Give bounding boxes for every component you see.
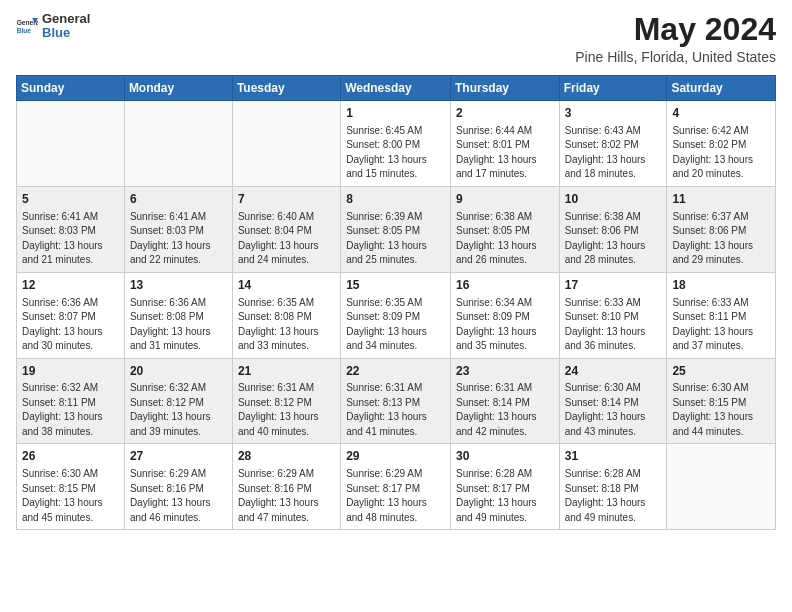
day-info: Sunrise: 6:44 AMSunset: 8:01 PMDaylight:…: [456, 124, 554, 182]
day-info: Sunrise: 6:42 AMSunset: 8:02 PMDaylight:…: [672, 124, 770, 182]
day-number: 24: [565, 363, 662, 380]
day-number: 8: [346, 191, 445, 208]
day-info: Sunrise: 6:38 AMSunset: 8:05 PMDaylight:…: [456, 210, 554, 268]
calendar-cell: 28Sunrise: 6:29 AMSunset: 8:16 PMDayligh…: [232, 444, 340, 530]
header-tuesday: Tuesday: [232, 76, 340, 101]
calendar-cell: [232, 101, 340, 187]
calendar-week-row: 19Sunrise: 6:32 AMSunset: 8:11 PMDayligh…: [17, 358, 776, 444]
calendar-cell: 8Sunrise: 6:39 AMSunset: 8:05 PMDaylight…: [341, 186, 451, 272]
calendar-week-row: 26Sunrise: 6:30 AMSunset: 8:15 PMDayligh…: [17, 444, 776, 530]
calendar-cell: 23Sunrise: 6:31 AMSunset: 8:14 PMDayligh…: [450, 358, 559, 444]
day-info: Sunrise: 6:29 AMSunset: 8:16 PMDaylight:…: [238, 467, 335, 525]
calendar-cell: 17Sunrise: 6:33 AMSunset: 8:10 PMDayligh…: [559, 272, 667, 358]
day-info: Sunrise: 6:39 AMSunset: 8:05 PMDaylight:…: [346, 210, 445, 268]
main-title: May 2024: [575, 12, 776, 47]
day-info: Sunrise: 6:33 AMSunset: 8:10 PMDaylight:…: [565, 296, 662, 354]
calendar-cell: 5Sunrise: 6:41 AMSunset: 8:03 PMDaylight…: [17, 186, 125, 272]
day-info: Sunrise: 6:41 AMSunset: 8:03 PMDaylight:…: [130, 210, 227, 268]
day-number: 20: [130, 363, 227, 380]
calendar-cell: 16Sunrise: 6:34 AMSunset: 8:09 PMDayligh…: [450, 272, 559, 358]
day-info: Sunrise: 6:41 AMSunset: 8:03 PMDaylight:…: [22, 210, 119, 268]
calendar-cell: 30Sunrise: 6:28 AMSunset: 8:17 PMDayligh…: [450, 444, 559, 530]
calendar-cell: 4Sunrise: 6:42 AMSunset: 8:02 PMDaylight…: [667, 101, 776, 187]
day-info: Sunrise: 6:32 AMSunset: 8:11 PMDaylight:…: [22, 381, 119, 439]
logo-blue: Blue: [42, 26, 90, 40]
day-number: 29: [346, 448, 445, 465]
header-sunday: Sunday: [17, 76, 125, 101]
day-number: 6: [130, 191, 227, 208]
day-info: Sunrise: 6:36 AMSunset: 8:08 PMDaylight:…: [130, 296, 227, 354]
page: General Blue General Blue May 2024 Pine …: [0, 0, 792, 612]
day-number: 18: [672, 277, 770, 294]
day-info: Sunrise: 6:36 AMSunset: 8:07 PMDaylight:…: [22, 296, 119, 354]
calendar-week-row: 5Sunrise: 6:41 AMSunset: 8:03 PMDaylight…: [17, 186, 776, 272]
day-info: Sunrise: 6:35 AMSunset: 8:08 PMDaylight:…: [238, 296, 335, 354]
header-friday: Friday: [559, 76, 667, 101]
day-number: 3: [565, 105, 662, 122]
title-block: May 2024 Pine Hills, Florida, United Sta…: [575, 12, 776, 65]
calendar-cell: 27Sunrise: 6:29 AMSunset: 8:16 PMDayligh…: [124, 444, 232, 530]
calendar-header-row: SundayMondayTuesdayWednesdayThursdayFrid…: [17, 76, 776, 101]
day-info: Sunrise: 6:30 AMSunset: 8:15 PMDaylight:…: [672, 381, 770, 439]
calendar-cell: 6Sunrise: 6:41 AMSunset: 8:03 PMDaylight…: [124, 186, 232, 272]
day-number: 17: [565, 277, 662, 294]
calendar-cell: [124, 101, 232, 187]
calendar-cell: 21Sunrise: 6:31 AMSunset: 8:12 PMDayligh…: [232, 358, 340, 444]
calendar-cell: 31Sunrise: 6:28 AMSunset: 8:18 PMDayligh…: [559, 444, 667, 530]
day-number: 13: [130, 277, 227, 294]
day-info: Sunrise: 6:34 AMSunset: 8:09 PMDaylight:…: [456, 296, 554, 354]
calendar-cell: 14Sunrise: 6:35 AMSunset: 8:08 PMDayligh…: [232, 272, 340, 358]
day-number: 14: [238, 277, 335, 294]
day-number: 22: [346, 363, 445, 380]
day-number: 7: [238, 191, 335, 208]
logo-general: General: [42, 12, 90, 26]
subtitle: Pine Hills, Florida, United States: [575, 49, 776, 65]
calendar-cell: 25Sunrise: 6:30 AMSunset: 8:15 PMDayligh…: [667, 358, 776, 444]
day-number: 12: [22, 277, 119, 294]
logo-icon: General Blue: [16, 15, 38, 37]
day-info: Sunrise: 6:33 AMSunset: 8:11 PMDaylight:…: [672, 296, 770, 354]
header-wednesday: Wednesday: [341, 76, 451, 101]
calendar-cell: 15Sunrise: 6:35 AMSunset: 8:09 PMDayligh…: [341, 272, 451, 358]
calendar-cell: 9Sunrise: 6:38 AMSunset: 8:05 PMDaylight…: [450, 186, 559, 272]
calendar-table: SundayMondayTuesdayWednesdayThursdayFrid…: [16, 75, 776, 530]
day-number: 30: [456, 448, 554, 465]
calendar-week-row: 12Sunrise: 6:36 AMSunset: 8:07 PMDayligh…: [17, 272, 776, 358]
day-number: 28: [238, 448, 335, 465]
calendar-cell: 2Sunrise: 6:44 AMSunset: 8:01 PMDaylight…: [450, 101, 559, 187]
header-thursday: Thursday: [450, 76, 559, 101]
day-number: 5: [22, 191, 119, 208]
day-info: Sunrise: 6:31 AMSunset: 8:12 PMDaylight:…: [238, 381, 335, 439]
calendar-cell: 12Sunrise: 6:36 AMSunset: 8:07 PMDayligh…: [17, 272, 125, 358]
day-number: 26: [22, 448, 119, 465]
day-number: 21: [238, 363, 335, 380]
day-info: Sunrise: 6:29 AMSunset: 8:16 PMDaylight:…: [130, 467, 227, 525]
day-number: 19: [22, 363, 119, 380]
day-number: 2: [456, 105, 554, 122]
day-number: 23: [456, 363, 554, 380]
calendar-week-row: 1Sunrise: 6:45 AMSunset: 8:00 PMDaylight…: [17, 101, 776, 187]
svg-text:Blue: Blue: [17, 27, 32, 34]
calendar-cell: 18Sunrise: 6:33 AMSunset: 8:11 PMDayligh…: [667, 272, 776, 358]
day-number: 10: [565, 191, 662, 208]
calendar-cell: 29Sunrise: 6:29 AMSunset: 8:17 PMDayligh…: [341, 444, 451, 530]
calendar-cell: [17, 101, 125, 187]
day-number: 31: [565, 448, 662, 465]
day-number: 15: [346, 277, 445, 294]
day-info: Sunrise: 6:38 AMSunset: 8:06 PMDaylight:…: [565, 210, 662, 268]
day-info: Sunrise: 6:29 AMSunset: 8:17 PMDaylight:…: [346, 467, 445, 525]
day-info: Sunrise: 6:43 AMSunset: 8:02 PMDaylight:…: [565, 124, 662, 182]
day-number: 25: [672, 363, 770, 380]
day-info: Sunrise: 6:30 AMSunset: 8:15 PMDaylight:…: [22, 467, 119, 525]
calendar-cell: [667, 444, 776, 530]
calendar-cell: 19Sunrise: 6:32 AMSunset: 8:11 PMDayligh…: [17, 358, 125, 444]
logo: General Blue General Blue: [16, 12, 90, 41]
day-info: Sunrise: 6:31 AMSunset: 8:14 PMDaylight:…: [456, 381, 554, 439]
day-info: Sunrise: 6:32 AMSunset: 8:12 PMDaylight:…: [130, 381, 227, 439]
calendar-cell: 3Sunrise: 6:43 AMSunset: 8:02 PMDaylight…: [559, 101, 667, 187]
header-saturday: Saturday: [667, 76, 776, 101]
day-info: Sunrise: 6:37 AMSunset: 8:06 PMDaylight:…: [672, 210, 770, 268]
day-number: 11: [672, 191, 770, 208]
day-info: Sunrise: 6:28 AMSunset: 8:17 PMDaylight:…: [456, 467, 554, 525]
calendar-cell: 20Sunrise: 6:32 AMSunset: 8:12 PMDayligh…: [124, 358, 232, 444]
